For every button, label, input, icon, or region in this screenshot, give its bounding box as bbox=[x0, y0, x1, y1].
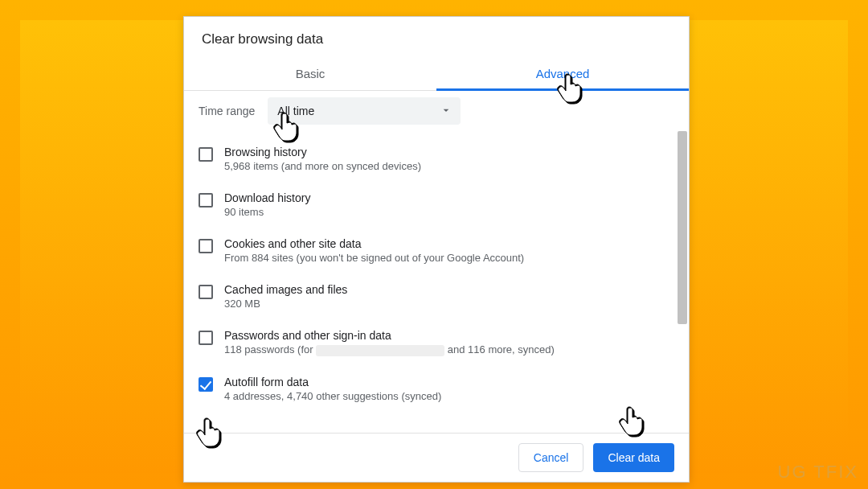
dialog-footer: Cancel Clear data bbox=[184, 433, 689, 482]
redacted-text bbox=[316, 345, 444, 356]
option-text: Cached images and files 320 MB bbox=[224, 283, 347, 310]
dialog-title: Clear browsing data bbox=[184, 17, 689, 55]
option-text: Cookies and other site data From 884 sit… bbox=[224, 237, 524, 264]
clear-browsing-data-dialog: Clear browsing data Basic Advanced Time … bbox=[183, 16, 690, 483]
clear-data-button[interactable]: Clear data bbox=[593, 443, 674, 472]
option-title: Cookies and other site data bbox=[224, 237, 524, 250]
option-row: Download history 90 items bbox=[199, 182, 669, 228]
checkbox-download-history[interactable] bbox=[199, 193, 213, 208]
option-text: Download history 90 items bbox=[224, 191, 310, 218]
time-range-select[interactable]: All time bbox=[268, 97, 461, 125]
option-desc-prefix: 118 passwords (for bbox=[224, 343, 316, 355]
option-row: Cookies and other site data From 884 sit… bbox=[199, 228, 669, 273]
watermark-text: UG TFIX bbox=[778, 462, 858, 483]
tab-advanced[interactable]: Advanced bbox=[436, 55, 689, 90]
time-range-select-wrap: All time bbox=[268, 97, 461, 125]
scrollbar-thumb[interactable] bbox=[678, 131, 687, 324]
option-desc: 90 items bbox=[224, 206, 310, 218]
option-title: Browsing history bbox=[224, 146, 421, 158]
tab-basic[interactable]: Basic bbox=[184, 55, 436, 90]
option-row: Browsing history 5,968 items (and more o… bbox=[199, 136, 669, 182]
option-desc: 4 addresses, 4,740 other suggestions (sy… bbox=[224, 390, 441, 402]
tab-strip: Basic Advanced bbox=[184, 55, 689, 91]
checkbox-passwords[interactable] bbox=[199, 331, 213, 345]
cancel-button[interactable]: Cancel bbox=[518, 443, 584, 472]
options-scroll-area: Browsing history 5,968 items (and more o… bbox=[184, 131, 689, 433]
option-desc: 118 passwords (for and 116 more, synced) bbox=[224, 343, 555, 356]
time-range-label: Time range bbox=[199, 105, 255, 117]
option-desc-suffix: and 116 more, synced) bbox=[448, 343, 555, 355]
checkbox-browsing-history[interactable] bbox=[199, 147, 213, 162]
option-desc: 320 MB bbox=[224, 298, 347, 310]
option-text: Passwords and other sign-in data 118 pas… bbox=[224, 329, 555, 356]
option-title: Download history bbox=[224, 191, 310, 204]
checkbox-cached[interactable] bbox=[199, 285, 213, 299]
option-title: Autofill form data bbox=[224, 376, 441, 388]
option-title: Cached images and files bbox=[224, 283, 347, 296]
option-title: Passwords and other sign-in data bbox=[224, 329, 555, 342]
time-range-row: Time range All time bbox=[184, 91, 689, 131]
option-text: Autofill form data 4 addresses, 4,740 ot… bbox=[224, 376, 441, 402]
option-row: Cached images and files 320 MB bbox=[199, 273, 669, 319]
option-text: Browsing history 5,968 items (and more o… bbox=[224, 146, 421, 172]
options-list: Browsing history 5,968 items (and more o… bbox=[184, 131, 689, 417]
option-desc: From 884 sites (you won't be signed out … bbox=[224, 252, 524, 264]
option-row: Passwords and other sign-in data 118 pas… bbox=[199, 319, 669, 366]
checkbox-cookies[interactable] bbox=[199, 239, 213, 253]
checkbox-autofill[interactable] bbox=[199, 377, 213, 392]
option-row: Autofill form data 4 addresses, 4,740 ot… bbox=[199, 366, 669, 412]
option-desc: 5,968 items (and more on synced devices) bbox=[224, 160, 421, 172]
